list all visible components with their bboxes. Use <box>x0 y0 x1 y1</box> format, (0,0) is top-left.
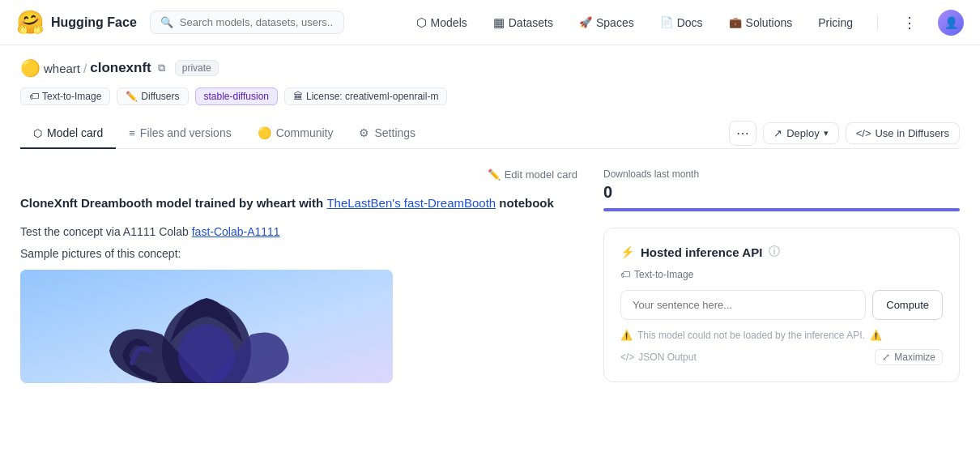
deploy-button[interactable]: ↗ Deploy ▾ <box>763 122 838 144</box>
tab-community-icon: 🟡 <box>258 126 271 139</box>
inference-header: ⚡ Hosted inference API ⓘ <box>620 245 943 259</box>
more-menu-button[interactable]: ⋮ <box>897 11 922 35</box>
logo-text: Hugging Face <box>51 15 137 30</box>
use-in-diffusers-button[interactable]: </> Use in Diffusers <box>846 122 960 144</box>
deploy-chevron-icon: ▾ <box>824 128 829 139</box>
right-column: Downloads last month 0 ⚡ Hosted inferenc… <box>603 168 960 383</box>
tag-icon-diffusers: ✏️ <box>126 91 138 102</box>
datasets-icon: ▦ <box>493 15 505 30</box>
edit-link-label: Edit model card <box>505 168 577 181</box>
maximize-icon: ⤢ <box>882 352 890 363</box>
json-output-icon: </> <box>620 352 634 363</box>
nav-spaces[interactable]: 🚀 Spaces <box>574 13 639 32</box>
downloads-bar <box>603 208 960 211</box>
nav-models-label: Models <box>431 16 467 29</box>
edit-model-card-link[interactable]: ✏️ Edit model card <box>20 168 577 181</box>
downloads-bar-fill <box>603 208 960 211</box>
tag-text-to-image[interactable]: 🏷 Text-to-Image <box>20 87 110 105</box>
lightning-icon: ⚡ <box>620 245 634 258</box>
inference-footer: </> JSON Output ⤢ Maximize <box>620 349 943 365</box>
search-bar: 🔍 <box>150 11 344 34</box>
inference-api-section: ⚡ Hosted inference API ⓘ 🏷 Text-to-Image… <box>603 228 960 382</box>
model-header: 🟡 wheart / clonexnft ⧉ private 🏷 Text-to… <box>20 45 960 105</box>
deploy-label: Deploy <box>786 127 819 139</box>
more-options-button[interactable]: ⋯ <box>729 121 756 146</box>
downloads-count: 0 <box>603 183 960 202</box>
inference-tag-icon: 🏷 <box>620 269 630 280</box>
tabs-bar: ⬡ Model card ≡ Files and versions 🟡 Comm… <box>20 118 960 149</box>
spaces-icon: 🚀 <box>579 16 592 28</box>
nav-datasets[interactable]: ▦ Datasets <box>488 12 558 33</box>
private-badge: private <box>175 60 219 76</box>
model-tags: 🏷 Text-to-Image ✏️ Diffusers stable-diff… <box>20 87 960 105</box>
user-avatar[interactable]: 👤 <box>938 10 964 36</box>
nav-datasets-label: Datasets <box>509 16 553 29</box>
nav-pricing[interactable]: Pricing <box>813 13 858 32</box>
avatar-image: 👤 <box>944 16 958 29</box>
tab-settings[interactable]: ⚙ Settings <box>346 118 428 149</box>
tab-model-card-icon: ⬡ <box>33 127 42 139</box>
inference-warning: ⚠️ This model could not be loaded by the… <box>620 330 943 341</box>
logo[interactable]: 🤗 Hugging Face <box>16 9 137 36</box>
docs-icon: 📄 <box>660 16 673 28</box>
fast-colab-link[interactable]: fast-Colab-A1111 <box>192 225 280 238</box>
pencil-icon: ✏️ <box>488 168 501 181</box>
nav-models[interactable]: ⬡ Models <box>411 12 472 33</box>
tag-license[interactable]: 🏛 License: creativeml-openrail-m <box>284 87 447 105</box>
breadcrumb: 🟡 wheart / clonexnft ⧉ private <box>20 58 960 78</box>
warning-icon-2: ⚠️ <box>870 330 882 341</box>
tabs-actions: ⋯ ↗ Deploy ▾ </> Use in Diffusers <box>729 121 960 146</box>
warning-icon: ⚠️ <box>620 330 633 341</box>
main-nav: ⬡ Models ▦ Datasets 🚀 Spaces 📄 Docs 💼 So… <box>411 10 964 36</box>
nav-pricing-label: Pricing <box>818 16 853 29</box>
inference-input-row: Compute <box>620 290 943 320</box>
use-in-diffusers-label: Use in Diffusers <box>875 127 949 139</box>
nav-spaces-label: Spaces <box>596 16 634 29</box>
search-input[interactable] <box>180 16 334 28</box>
json-output-toggle[interactable]: </> JSON Output <box>620 352 697 363</box>
code-icon: </> <box>856 127 871 139</box>
json-output-label: JSON Output <box>638 352 696 363</box>
tag-icon-text-to-image: 🏷 <box>29 91 39 102</box>
tag-icon-license: 🏛 <box>293 91 303 102</box>
model-owner-link[interactable]: wheart <box>44 62 80 75</box>
sample-image <box>20 270 393 383</box>
models-icon: ⬡ <box>416 15 427 30</box>
inference-input[interactable] <box>620 290 866 320</box>
maximize-label: Maximize <box>894 352 935 363</box>
tab-settings-icon: ⚙ <box>359 126 369 139</box>
tag-diffusers[interactable]: ✏️ Diffusers <box>117 87 188 105</box>
tag-label-text-to-image: Text-to-Image <box>42 91 101 102</box>
tab-model-card-label: Model card <box>47 126 103 139</box>
left-column: ✏️ Edit model card CloneXnft Dreambooth … <box>20 168 577 383</box>
tab-settings-label: Settings <box>374 126 415 139</box>
nav-solutions[interactable]: 💼 Solutions <box>724 13 798 32</box>
info-icon[interactable]: ⓘ <box>769 245 780 259</box>
header: 🤗 Hugging Face 🔍 ⬡ Models ▦ Datasets 🚀 S… <box>0 0 980 45</box>
inference-tag: 🏷 Text-to-Image <box>620 269 943 280</box>
maximize-button[interactable]: ⤢ Maximize <box>875 349 943 365</box>
more-dots-icon: ⋯ <box>736 126 749 141</box>
character-illustration <box>20 270 393 383</box>
model-description: CloneXnft Dreambooth model trained by wh… <box>20 194 577 213</box>
sample-pictures-label: Sample pictures of this concept: <box>20 247 577 260</box>
compute-button[interactable]: Compute <box>872 290 943 320</box>
deploy-icon: ↗ <box>773 127 782 139</box>
search-icon: 🔍 <box>160 16 173 28</box>
tab-community[interactable]: 🟡 Community <box>245 118 347 149</box>
copy-icon[interactable]: ⧉ <box>158 62 165 75</box>
colab-text: Test the concept via A1111 Colab fast-Co… <box>20 223 577 241</box>
tab-community-label: Community <box>276 126 334 139</box>
tag-label-diffusers: Diffusers <box>141 91 179 102</box>
main-content: 🟡 wheart / clonexnft ⧉ private 🏷 Text-to… <box>4 45 976 403</box>
dreambooth-link[interactable]: TheLastBen's fast-DreamBooth <box>326 196 496 210</box>
svg-point-2 <box>178 324 235 383</box>
main-layout: ✏️ Edit model card CloneXnft Dreambooth … <box>20 149 960 403</box>
tag-stable-diffusion[interactable]: stable-diffusion <box>195 87 279 105</box>
nav-docs[interactable]: 📄 Docs <box>655 13 708 32</box>
tab-files-versions[interactable]: ≡ Files and versions <box>116 118 244 149</box>
tab-model-card[interactable]: ⬡ Model card <box>20 118 116 149</box>
nav-divider <box>877 15 878 31</box>
downloads-label: Downloads last month <box>603 168 960 180</box>
warning-text: This model could not be loaded by the in… <box>637 330 865 341</box>
